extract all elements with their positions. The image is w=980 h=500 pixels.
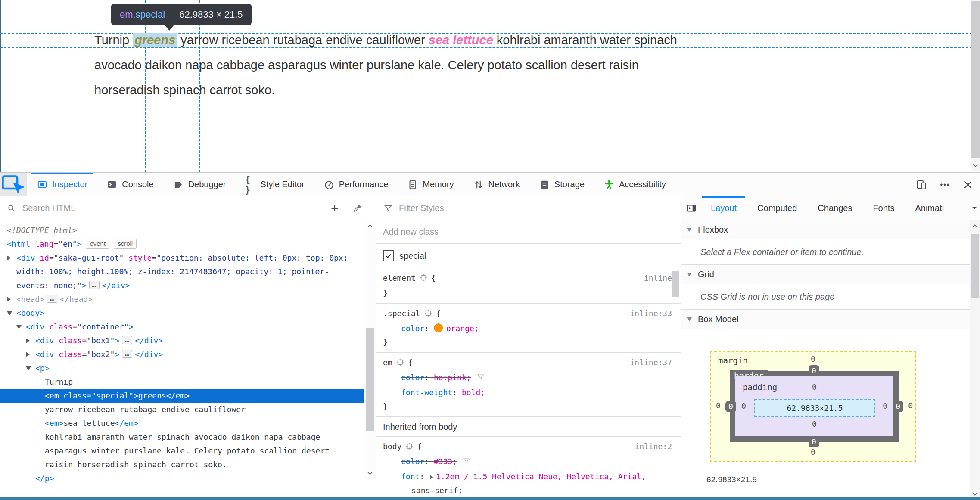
markup-row[interactable]: <div class="container">: [0, 320, 364, 334]
twisty-expanded-icon[interactable]: [7, 311, 12, 315]
pick-element-button[interactable]: [0, 173, 27, 196]
padding-bottom-value[interactable]: 0: [735, 419, 893, 429]
eyedropper-icon[interactable]: [352, 204, 362, 213]
scroll-up-arrow-icon[interactable]: [365, 223, 375, 230]
close-devtools-icon[interactable]: [962, 179, 974, 191]
border-bottom-value[interactable]: 0: [809, 436, 819, 447]
markup-row[interactable]: yarrow ricebean rutabaga endive cauliflo…: [0, 403, 364, 416]
twisty-expanded-icon[interactable]: [26, 366, 31, 370]
css-declaration-color[interactable]: color: orange;: [383, 322, 674, 335]
scroll-down-arrow-icon[interactable]: [971, 162, 980, 169]
border-right-value[interactable]: 0: [893, 401, 903, 412]
tab-debugger[interactable]: Debugger: [163, 173, 236, 196]
padding-top-value[interactable]: 0: [735, 382, 893, 391]
tab-accessibility[interactable]: Accessibility: [594, 173, 675, 196]
page-scrollbar-thumb[interactable]: [971, 1, 980, 158]
twisty-expanded-icon[interactable]: [16, 325, 22, 329]
add-new-class-input[interactable]: Add new class: [376, 220, 681, 244]
overridden-filter-icon[interactable]: [476, 372, 485, 386]
box-model-padding-layer[interactable]: padding 0 0 0 0 62.9833×21.5: [735, 376, 893, 436]
margin-right-value[interactable]: 0: [908, 401, 913, 410]
sidebar-tab-changes[interactable]: Changes: [807, 196, 862, 220]
expand-ellipsis-button[interactable]: …: [122, 350, 132, 358]
markup-row[interactable]: <html lang="en">eventscroll: [0, 237, 364, 251]
expand-value-icon[interactable]: [430, 475, 433, 479]
tab-network[interactable]: Network: [464, 173, 529, 196]
expand-ellipsis-button[interactable]: …: [47, 295, 57, 303]
color-swatch[interactable]: [434, 323, 443, 332]
sidebar-tab-computed[interactable]: Computed: [747, 196, 807, 220]
rule-selector-line[interactable]: em{inline:37: [383, 356, 674, 371]
markup-row[interactable]: <div class="box1">…</div>: [0, 334, 364, 348]
add-node-button[interactable]: +: [331, 202, 339, 215]
twisty-collapsed-icon[interactable]: [26, 338, 30, 343]
rule-source-link[interactable]: inline:37: [630, 356, 672, 370]
twisty-collapsed-icon[interactable]: [7, 255, 11, 261]
markup-row[interactable]: <em>sea lettuce</em>: [0, 416, 364, 430]
border-left-value[interactable]: 0: [725, 401, 736, 412]
markup-row[interactable]: kohlrabi amaranth water spinach avocado …: [0, 430, 364, 472]
rule-selector-line[interactable]: .special{inline:33: [383, 307, 674, 322]
padding-left-value[interactable]: 0: [741, 401, 746, 410]
highlight-target-icon[interactable]: [424, 308, 432, 322]
page-scrollbar[interactable]: [971, 0, 980, 171]
css-declaration-font-weight[interactable]: font-weight: bold;: [383, 386, 674, 400]
box-model-section-header[interactable]: Box Model: [681, 310, 980, 329]
highlight-target-icon[interactable]: [419, 273, 428, 286]
scroll-down-arrow-icon[interactable]: [365, 470, 375, 477]
markup-scrollbar-thumb[interactable]: [366, 328, 374, 431]
rule-selector-line[interactable]: element{inline: [383, 271, 674, 286]
margin-left-value[interactable]: 0: [716, 401, 721, 410]
sidebar-tab-fonts[interactable]: Fonts: [862, 196, 905, 220]
markup-row[interactable]: <p>: [0, 361, 364, 375]
sidebar-tab-animati[interactable]: Animati: [905, 196, 954, 220]
markup-row[interactable]: <!DOCTYPE html>: [0, 224, 364, 237]
tab-inspector[interactable]: Inspector: [27, 173, 97, 196]
overridden-filter-icon[interactable]: [462, 456, 471, 470]
search-html-input[interactable]: Search HTML: [22, 203, 75, 213]
markup-badge[interactable]: scroll: [114, 239, 137, 249]
all-tabs-chevron-icon[interactable]: [968, 196, 980, 220]
tab-performance[interactable]: Performance: [314, 173, 398, 196]
css-declaration-color[interactable]: color: hotpink;: [383, 371, 674, 386]
margin-bottom-value[interactable]: 0: [711, 447, 915, 457]
rule-source-link[interactable]: inline: [644, 271, 672, 285]
meatball-menu-icon[interactable]: [939, 179, 951, 191]
expand-ellipsis-button[interactable]: …: [122, 336, 132, 344]
tab-storage[interactable]: Storage: [529, 173, 594, 196]
css-declaration-font[interactable]: font: 1.2em / 1.5 Helvetica Neue, Helvet…: [383, 470, 674, 484]
grid-section-header[interactable]: Grid: [681, 265, 980, 284]
markup-row[interactable]: <div class="box2">…</div>: [0, 348, 364, 361]
highlight-target-icon[interactable]: [396, 357, 404, 371]
box-model-border-layer[interactable]: border padding 0 0 0 0 62.9833×21.5 0: [730, 371, 899, 442]
markup-row[interactable]: <head>…</head>: [0, 292, 364, 306]
markup-row-selected[interactable]: <em class="special">greens</em>: [0, 389, 364, 403]
twisty-collapsed-icon[interactable]: [7, 297, 11, 302]
margin-top-value[interactable]: 0: [711, 354, 915, 363]
box-model-margin-layer[interactable]: margin 0 0 0 0 border padding 0 0 0 0: [710, 351, 916, 462]
filter-styles-input[interactable]: Filter Styles: [399, 203, 444, 213]
layout-scrollbar-thumb[interactable]: [971, 234, 979, 298]
padding-right-value[interactable]: 0: [883, 401, 887, 410]
rules-scrollbar-thumb[interactable]: [672, 271, 679, 297]
box-model-content-box[interactable]: 62.9833×21.5: [754, 399, 875, 417]
expand-ellipsis-button[interactable]: …: [89, 281, 100, 289]
responsive-design-mode-icon[interactable]: [915, 179, 927, 191]
tab-console[interactable]: Console: [97, 173, 163, 196]
flexbox-section-header[interactable]: Flexbox: [681, 220, 980, 239]
markup-row[interactable]: <body>: [0, 306, 364, 320]
markup-badge[interactable]: event: [86, 239, 109, 249]
rule-source-link[interactable]: inline:33: [630, 307, 672, 320]
sidebar-toggle-icon[interactable]: [686, 203, 697, 214]
tab-memory[interactable]: Memory: [398, 173, 463, 196]
sidebar-tab-layout[interactable]: Layout: [700, 196, 747, 220]
rule-selector-line[interactable]: body{inline:2: [383, 440, 674, 455]
markup-row[interactable]: </p>: [0, 472, 364, 485]
markup-row[interactable]: Turnip: [0, 375, 364, 389]
scroll-up-arrow-icon[interactable]: [970, 223, 980, 230]
layout-scrollbar[interactable]: [970, 220, 980, 500]
markup-row[interactable]: <div id="saka-gui-root" style="position:…: [0, 251, 364, 292]
twisty-collapsed-icon[interactable]: [26, 352, 30, 357]
border-top-value[interactable]: 0: [809, 365, 819, 376]
rule-source-link[interactable]: inline:2: [635, 440, 672, 453]
